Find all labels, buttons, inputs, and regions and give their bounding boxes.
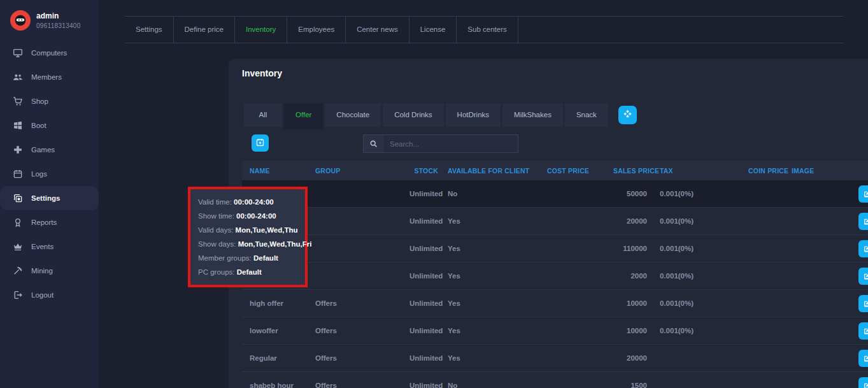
top-tabbar: SettingsDefine priceInventoryEmployeesCe… <box>125 16 844 43</box>
table-row[interactable]: RegularOffersUnlimitedYes20000 <box>242 345 868 372</box>
sidebar-item-logs[interactable]: Logs <box>0 162 99 186</box>
tooltip-value: Mon,Tue,Wed,Thu <box>236 226 298 234</box>
edit-button[interactable] <box>858 295 868 312</box>
add-inventory-button[interactable] <box>252 134 269 152</box>
category-tab-snack[interactable]: Snack <box>565 103 608 127</box>
cell-tax: 0.001(0%) <box>650 327 748 334</box>
table-row[interactable]: lowofferOffersUnlimitedYes100000.001(0%) <box>242 317 868 345</box>
header-cell-cost-price: COST PRICE <box>547 167 613 175</box>
category-tab-offer[interactable]: Offer <box>284 103 323 129</box>
sidebar-item-settings[interactable]: Settings <box>0 186 99 210</box>
tab-settings[interactable]: Settings <box>125 17 174 43</box>
edit-button[interactable] <box>858 350 868 367</box>
pickaxe-icon <box>13 266 23 276</box>
tab-license[interactable]: License <box>409 17 457 43</box>
edit-button[interactable] <box>858 268 868 285</box>
tooltip-row: Valid time: 00:00-24:00 <box>198 195 297 209</box>
edit-button[interactable] <box>858 240 868 257</box>
edit-button[interactable] <box>858 322 868 340</box>
cell-stock: Unlimited <box>409 327 448 334</box>
sidebar-item-label: Settings <box>31 194 60 202</box>
cell-stock: Unlimited <box>409 272 448 280</box>
header-cell-sales-price: SALES PRICE <box>613 167 650 175</box>
cell-stock: Unlimited <box>409 354 448 362</box>
sidebar-item-shop[interactable]: Shop <box>0 89 99 113</box>
table-row[interactable]: 5h+2UnlimitedYes1100000.001(0%) <box>242 235 868 262</box>
category-tab-cold-drinks[interactable]: Cold Drinks <box>383 103 443 127</box>
tooltip-value: Mon,Tue,Wed,Thu,Fri <box>238 240 312 248</box>
logout-icon <box>13 290 23 300</box>
row-actions <box>858 377 868 388</box>
members-icon <box>13 72 23 82</box>
sidebar-item-logout[interactable]: Logout <box>0 283 99 307</box>
tooltip-label: Member groups: <box>198 254 253 262</box>
windows-icon <box>13 120 23 131</box>
cell-sales: 20000 <box>613 217 650 225</box>
category-tab-chocolate[interactable]: Chocolate <box>325 103 381 127</box>
sidebar-item-label: Logout <box>31 291 53 299</box>
cell-available: Yes <box>448 299 547 307</box>
table-row[interactable]: 3h+1UnlimitedNo500000.001(0%) <box>242 180 868 208</box>
row-actions <box>858 268 868 285</box>
edit-button[interactable] <box>858 377 868 388</box>
calendar-plus-icon <box>255 138 265 149</box>
table-row[interactable]: 5minsUnlimitedYes20000.001(0%) <box>242 262 868 290</box>
table-row[interactable]: 5 hours day tUnlimitedYes200000.001(0%) <box>242 208 868 235</box>
user-name: admin <box>36 11 81 20</box>
category-tabs: AllOfferChocolateCold DrinksHotDrinksMil… <box>244 103 637 129</box>
cell-available: Yes <box>448 272 547 280</box>
tab-center-news[interactable]: Center news <box>346 17 409 43</box>
table-header: NAMEGROUPSTOCKAVAILABLE FOR CLIENTCOST P… <box>242 161 868 180</box>
row-actions <box>858 322 868 340</box>
tab-sub-centers[interactable]: Sub centers <box>457 17 518 43</box>
cell-tax: 0.001(0%) <box>650 190 748 198</box>
sidebar-item-members[interactable]: Members <box>0 65 99 89</box>
sidebar-item-games[interactable]: Games <box>0 138 99 162</box>
monitor-icon <box>13 48 23 58</box>
edit-icon <box>863 190 868 198</box>
table-row[interactable]: high offerOffersUnlimitedYes100000.001(0… <box>242 290 868 317</box>
sidebar-item-computers[interactable]: Computers <box>0 41 99 65</box>
cell-sales: 10000 <box>613 327 650 334</box>
edit-icon <box>863 272 868 280</box>
edit-button[interactable] <box>858 185 868 203</box>
sidebar-item-label: Computers <box>31 49 67 57</box>
tooltip-value: 00:00-24:00 <box>234 198 274 206</box>
cell-group: Offers <box>315 354 409 362</box>
sidebar-item-boot[interactable]: Boot <box>0 113 99 138</box>
search-input[interactable] <box>383 135 518 152</box>
sidebar-item-events[interactable]: Events <box>0 234 99 259</box>
tooltip-label: Show time: <box>198 212 236 220</box>
edit-button[interactable] <box>858 213 868 230</box>
category-tab-all[interactable]: All <box>244 103 282 127</box>
avatar-ninja-icon <box>10 10 31 31</box>
cell-available: No <box>448 382 547 388</box>
header-cell-coin-price: COIN PRICE <box>748 167 792 175</box>
sidebar-item-label: Members <box>31 73 62 81</box>
inventory-table: NAMEGROUPSTOCKAVAILABLE FOR CLIENTCOST P… <box>242 161 868 388</box>
sidebar-item-mining[interactable]: Mining <box>0 259 99 283</box>
tooltip-row: Show time: 00:00-24:00 <box>198 209 297 223</box>
header-cell-group: GROUP <box>315 167 409 175</box>
sidebar-item-reports[interactable]: Reports <box>0 210 99 234</box>
manage-categories-button[interactable] <box>618 106 637 124</box>
tooltip-value: Default <box>237 268 262 276</box>
tab-inventory[interactable]: Inventory <box>235 17 287 43</box>
category-tab-milkshakes[interactable]: MilkShakes <box>502 103 563 127</box>
cell-available: Yes <box>448 245 547 252</box>
cell-sales: 1500 <box>613 382 650 388</box>
cell-name: shabeb hour <box>242 382 315 388</box>
crown-icon <box>13 241 23 252</box>
user-phone: 096118313400 <box>36 22 81 29</box>
medal-icon <box>13 217 23 227</box>
user-profile[interactable]: admin 096118313400 <box>0 0 99 31</box>
gamepad-icon <box>13 145 23 155</box>
cell-name: Regular <box>242 354 315 362</box>
tab-define-price[interactable]: Define price <box>174 17 235 43</box>
header-cell-image: IMAGE <box>792 167 858 175</box>
category-tab-hotdrinks[interactable]: HotDrinks <box>446 103 501 127</box>
tab-employees[interactable]: Employees <box>287 17 346 43</box>
table-row[interactable]: shabeb hourOffersUnlimitedNo1500 <box>242 372 868 388</box>
tooltip-label: Valid time: <box>198 198 234 206</box>
row-actions <box>858 350 868 367</box>
